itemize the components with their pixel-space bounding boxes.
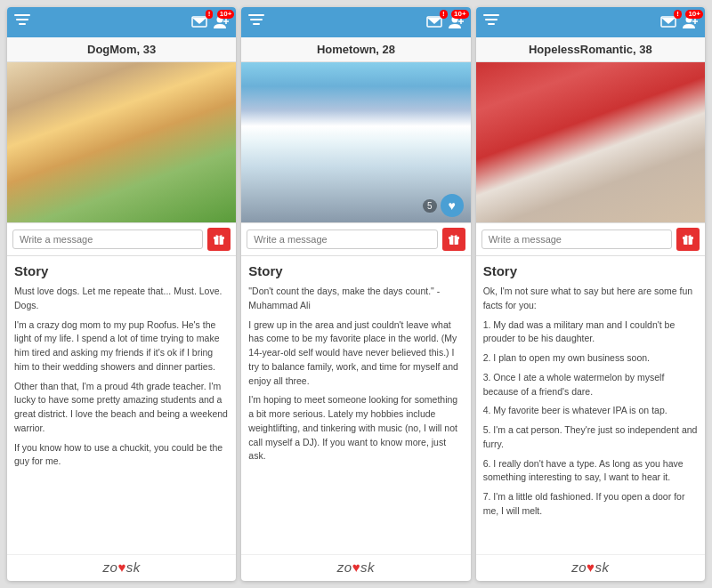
profile-photo [476, 62, 705, 222]
message-input[interactable] [481, 230, 672, 249]
story-text: Must love dogs. Let me repeate that... M… [14, 285, 229, 469]
gift-button[interactable] [676, 228, 700, 251]
zoosk-text: zo♥sk [571, 560, 609, 575]
svg-marker-26 [661, 18, 676, 24]
svg-rect-1 [16, 19, 28, 20]
filter-icon[interactable] [14, 14, 30, 30]
gift-button[interactable] [442, 228, 465, 251]
message-bar [7, 222, 236, 256]
svg-rect-22 [483, 14, 499, 16]
story-section: StoryMust love dogs. Let me repeate that… [7, 256, 236, 554]
story-paragraph: If you know how to use a chuckit, you co… [14, 441, 229, 470]
photo-count: 5 [423, 199, 437, 213]
zoosk-logo: zo♥sk [476, 554, 705, 581]
zoosk-text: zo♥sk [337, 560, 375, 575]
zoosk-heart-icon: ♥ [352, 560, 360, 575]
story-title: Story [248, 263, 463, 278]
header-right-icons: ! 10+ [426, 15, 464, 29]
story-title: Story [14, 263, 229, 278]
tenplus-badge: 10+ [451, 10, 469, 19]
story-title: Story [483, 263, 698, 278]
story-section: Story"Don't count the days, make the day… [241, 256, 470, 554]
exclaim-badge: ! [674, 10, 682, 19]
message-input[interactable] [247, 230, 437, 249]
story-paragraph: I grew up in the area and just couldn't … [248, 318, 463, 389]
story-paragraph: 6. I really don't have a type. As long a… [483, 457, 698, 486]
person-badge-container[interactable]: 10+ [448, 15, 464, 29]
svg-rect-0 [14, 14, 30, 16]
message-input[interactable] [12, 230, 203, 249]
gift-button[interactable] [207, 228, 231, 251]
profile-photo: 5♥ [241, 62, 470, 222]
photo-overlay-icons: 5♥ [423, 194, 464, 217]
profile-name: DogMom, 33 [7, 37, 236, 62]
zoosk-text: zo♥sk [103, 560, 141, 575]
story-paragraph: 1. My dad was a military man and I could… [483, 318, 698, 347]
story-paragraph: 5. I'm a cat person. They're just so ind… [483, 423, 698, 452]
svg-rect-12 [250, 19, 263, 20]
story-paragraph: I'm hoping to meet someone looking for s… [248, 393, 463, 463]
story-paragraph: Other than that, I'm a proud 4th grade t… [14, 380, 229, 436]
exclaim-badge: ! [440, 10, 448, 19]
svg-rect-24 [488, 23, 495, 25]
filter-icon[interactable] [483, 14, 499, 30]
story-paragraph: Ok, I'm not sure what to say but here ar… [483, 285, 698, 313]
profile-photo [7, 62, 236, 222]
story-paragraph: Must love dogs. Let me repeate that... M… [14, 285, 229, 313]
header-right-icons: ! 10+ [660, 15, 698, 29]
svg-rect-11 [248, 14, 264, 16]
story-paragraph: "Don't count the days, make the days cou… [248, 285, 463, 313]
cards-container: ! 10+ DogMom, 33 StoryMust love dogs. Le… [0, 0, 712, 588]
exclaim-badge: ! [206, 10, 214, 19]
story-text: "Don't count the days, make the days cou… [248, 285, 463, 463]
story-paragraph: I'm a crazy dog mom to my pup Roofus. He… [14, 318, 229, 375]
tenplus-badge: 10+ [685, 10, 703, 19]
svg-marker-4 [192, 18, 206, 24]
svg-rect-13 [253, 23, 260, 25]
zoosk-heart-icon: ♥ [587, 560, 595, 575]
compose-badge-container[interactable]: ! [191, 15, 207, 29]
profile-name: HopelessRomantic, 38 [476, 37, 705, 62]
card-header: ! 10+ [241, 7, 470, 37]
zoosk-logo: zo♥sk [7, 554, 236, 581]
story-paragraph: 3. Once I ate a whole watermelon by myse… [483, 371, 698, 399]
story-section: StoryOk, I'm not sure what to say but he… [476, 256, 705, 554]
profile-card-1: ! 10+ DogMom, 33 StoryMust love dogs. Le… [7, 7, 236, 581]
message-bar [476, 222, 705, 256]
heart-button[interactable]: ♥ [441, 194, 464, 217]
svg-rect-2 [19, 23, 26, 25]
story-paragraph: 2. I plan to open my own business soon. [483, 351, 698, 366]
profile-card-3: ! 10+ HopelessRomantic, 38 StoryOk, I'm … [476, 7, 705, 581]
compose-badge-container[interactable]: ! [426, 15, 442, 29]
compose-badge-container[interactable]: ! [660, 15, 676, 29]
svg-marker-15 [427, 18, 441, 24]
story-paragraph: 4. My favorite beer is whatever IPA is o… [483, 404, 698, 418]
message-bar [241, 222, 470, 256]
card-header: ! 10+ [476, 7, 705, 37]
zoosk-logo: zo♥sk [241, 554, 470, 581]
header-right-icons: ! 10+ [191, 15, 229, 29]
card-header: ! 10+ [7, 7, 236, 37]
zoosk-heart-icon: ♥ [117, 560, 125, 575]
svg-rect-23 [485, 19, 498, 20]
profile-card-2: ! 10+ Hometown, 285♥ Story"Don't count t… [241, 7, 470, 581]
story-paragraph: 7. I'm a little old fashioned. If you op… [483, 490, 698, 519]
filter-icon[interactable] [248, 14, 264, 30]
story-text: Ok, I'm not sure what to say but here ar… [483, 285, 698, 519]
person-badge-container[interactable]: 10+ [213, 15, 229, 29]
tenplus-badge: 10+ [217, 10, 235, 19]
person-badge-container[interactable]: 10+ [682, 15, 698, 29]
profile-name: Hometown, 28 [241, 37, 470, 62]
